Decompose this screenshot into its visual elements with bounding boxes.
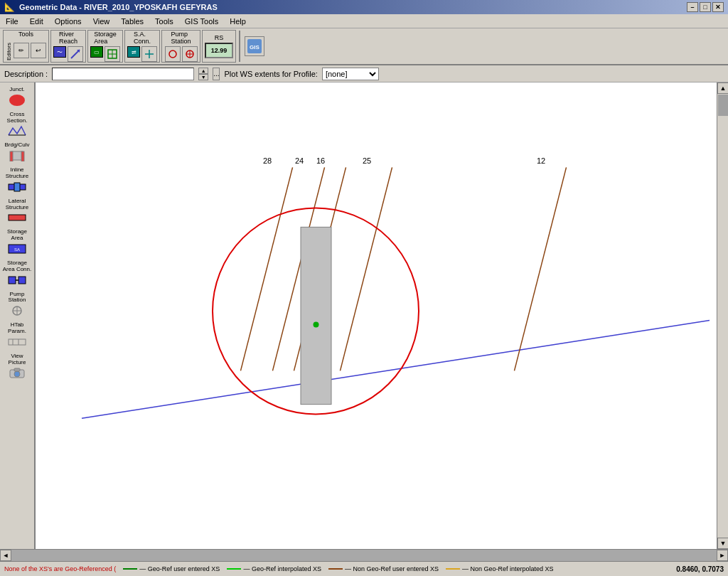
menu-options[interactable]: Options [49,16,87,27]
window-controls: – □ ✕ [687,2,724,12]
minimize-button[interactable]: – [687,2,698,12]
cross-section-label: CrossSection. [7,112,28,124]
sidebar-item-inline-structure[interactable]: InlineStructure [1,166,33,196]
sidebar-item-view-picture[interactable]: ViewPicture [1,352,33,382]
legend-label-green: — Geo-Ref user entered XS [139,565,220,572]
tools-label: Tools [18,31,33,38]
river-reach-label: RiverReach [59,31,77,45]
tool-btn-1[interactable]: ✏ [14,43,29,58]
scroll-thumb-v[interactable] [718,95,728,116]
storage-area-btn-2[interactable] [105,46,120,62]
editors-label: Editors [6,39,12,60]
right-scrollbar: ▲ ▼ [717,82,728,549]
bottom-scrollbar: ◄ ► [0,549,728,560]
canvas-area [36,82,717,549]
legend-label-brown: — Non Geo-Ref user entered XS [345,565,439,572]
tool-btn-2[interactable]: ↩ [31,43,46,58]
status-warning-text: None of the XS's are Geo-Referenced ( [4,565,116,572]
pump-btn-1[interactable] [165,46,181,62]
sidebar-item-cross-section[interactable]: CrossSection. [1,110,33,140]
sidebar-item-storage-area[interactable]: StorageArea SA [1,228,33,257]
menu-help[interactable]: Help [224,16,252,27]
menu-gis-tools[interactable]: GIS Tools [179,16,225,27]
title-bar: 📐 Geometric Data - RIVER_2010_YPOSKAFH G… [0,0,728,14]
legend-line-brown [328,568,343,570]
svg-rect-19 [9,215,26,220]
profile-select[interactable]: [none] [322,68,379,80]
menu-edit[interactable]: Edit [24,16,49,27]
menu-tables[interactable]: Tables [115,16,149,27]
app-icon: 📐 [4,2,15,12]
status-coords: 0.8460, 0.7073 [676,565,724,573]
scroll-right-btn[interactable]: ► [717,550,728,561]
close-button[interactable]: ✕ [712,2,724,12]
htab-param-icon [6,335,28,349]
toolbar-river-reach: RiverReach 〜 [50,30,86,63]
scroll-track-h[interactable] [11,550,717,561]
desc-bar: Description : ▲ ▼ ... Plot WS extents fo… [0,65,728,82]
storage-area-conn-icon [6,273,28,287]
main-area: Junct. CrossSection. Brdg/Culv [0,82,728,549]
menu-file[interactable]: File [0,16,24,27]
toolbar-storage-area: StorageArea ▭ [87,30,123,63]
desc-label: Description : [4,70,48,78]
sidebar-item-brdg-culv[interactable]: Brdg/Culv [1,141,33,164]
scroll-up-btn[interactable]: ▲ [717,82,728,94]
cross-section-icon [6,124,28,138]
brdg-culv-icon [6,149,28,163]
legend-non-geo-ref-interpolated: — Non Geo-Ref interpolated XS [446,565,554,572]
sidebar-item-storage-area-conn[interactable]: StorageArea Conn. [1,259,33,289]
toolbar: Tools Editors ✏ ↩ RiverReach 〜 StorageAr… [0,28,728,65]
spin-down-btn[interactable]: ▼ [198,74,208,80]
pump-station-sidebar-icon [6,304,28,318]
toolbar-tools-group: Tools Editors ✏ ↩ [3,30,49,63]
sa-conn-btn-2[interactable] [141,46,157,62]
storage-area-btn-1[interactable]: ▭ [90,46,103,58]
scroll-left-btn[interactable]: ◄ [0,550,11,561]
scroll-down-btn[interactable]: ▼ [717,538,728,549]
desc-input[interactable] [52,68,194,80]
storage-area-icons: ▭ [90,46,120,62]
sidebar: Junct. CrossSection. Brdg/Culv [0,82,36,549]
lateral-structure-icon [6,210,28,225]
menu-bar: File Edit Options View Tables Tools GIS … [0,14,728,28]
sidebar-item-junct[interactable]: Junct. [1,85,33,109]
river-reach-btn-1[interactable]: 〜 [53,46,66,58]
pump-btn-2[interactable] [182,46,198,62]
htab-param-label: HTabParam. [8,322,26,335]
svg-rect-22 [9,277,16,284]
sidebar-item-lateral-structure[interactable]: LateralStructure [1,197,33,227]
view-picture-label: ViewPicture [9,353,26,366]
toolbar-divider [239,31,240,62]
menu-view[interactable]: View [87,16,116,27]
sa-conn-icons: ⇌ [127,46,157,62]
legend-line-ltgreen [227,568,241,570]
rs-btn[interactable]: 12.99 [205,43,233,58]
inline-structure-label: InlineStructure [6,167,28,180]
sa-conn-btn-1[interactable]: ⇌ [127,46,140,58]
river-reach-btn-2[interactable] [68,46,83,62]
svg-point-7 [169,50,176,58]
gis-tools-btn[interactable]: GIS [245,36,264,56]
pump-station-sidebar-label: PumpStation [9,292,26,304]
junct-icon [6,93,28,107]
svg-text:GIS: GIS [250,44,259,50]
desc-browse-btn[interactable]: ... [213,68,220,80]
svg-rect-33 [14,368,20,371]
brdg-culv-label: Brdg/Culv [4,142,29,149]
maximize-button[interactable]: □ [700,2,711,12]
toolbar-pump-station: PumpStation [161,30,200,63]
lateral-structure-label: LateralStructure [6,198,28,211]
sidebar-item-htab-param[interactable]: HTabParam. [1,321,33,351]
legend-label-ltgreen: — Geo-Ref interpolated XS [243,565,321,572]
legend-geo-ref-interpolated: — Geo-Ref interpolated XS [227,565,321,572]
pump-station-label: PumpStation [171,31,191,45]
scroll-track-v[interactable] [717,94,728,538]
toolbar-sa-conn: S.A.Conn. ⇌ [124,30,160,63]
sidebar-item-pump-station[interactable]: PumpStation [1,290,33,320]
svg-rect-23 [18,277,26,284]
menu-tools[interactable]: Tools [149,16,179,27]
legend-geo-ref-entered: — Geo-Ref user entered XS [123,565,220,572]
spin-up-btn[interactable]: ▲ [198,68,208,74]
desc-spinner[interactable]: ▲ ▼ [198,68,208,80]
